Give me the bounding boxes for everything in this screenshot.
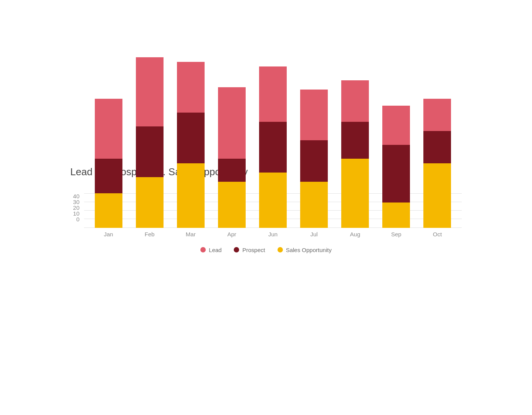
y-axis-label: 40: [73, 193, 79, 199]
legend-dot: [278, 247, 283, 252]
bar-segment-prospect: [177, 113, 205, 163]
x-axis-label: Jun: [258, 231, 288, 237]
x-axis-label: Jul: [299, 231, 329, 237]
bar-segment-lead: [136, 57, 164, 126]
bar-group: [93, 99, 124, 228]
x-axis-label: Aug: [340, 231, 370, 237]
bar-segment-prospect: [95, 159, 122, 193]
bar-segment-sales: [95, 193, 122, 228]
bar-group: [216, 87, 247, 228]
bar-segment-sales: [136, 177, 164, 228]
bar: [300, 90, 328, 228]
x-axis-label: Mar: [175, 231, 206, 237]
x-axis-label: Sep: [381, 231, 411, 237]
legend: LeadProspectSales Opportunity: [70, 247, 462, 253]
bar-segment-sales: [177, 163, 205, 228]
bar-segment-lead: [382, 106, 410, 145]
legend-dot: [234, 247, 239, 252]
y-axis: 403020100: [70, 193, 84, 237]
y-axis-label: 30: [73, 199, 79, 205]
legend-item: Lead: [200, 247, 221, 253]
bars-with-grid: [84, 193, 462, 228]
bar-segment-lead: [341, 80, 369, 122]
bar-group: [134, 57, 165, 228]
bar-segment-lead: [300, 90, 328, 140]
chart-container: Lead vs. Prospect vs. Sales Opportunity …: [55, 151, 477, 265]
bar: [95, 99, 122, 228]
legend-label: Sales Opportunity: [286, 247, 332, 253]
chart-main: JanFebMarAprJunJulAugSepOct: [84, 193, 462, 237]
bar-segment-prospect: [259, 122, 287, 173]
bar: [136, 57, 164, 228]
bar: [218, 87, 246, 228]
legend-item: Sales Opportunity: [278, 247, 332, 253]
bar-group: [381, 106, 411, 228]
x-labels: JanFebMarAprJunJulAugSepOct: [84, 231, 462, 237]
bar-segment-lead: [423, 99, 451, 131]
legend-label: Lead: [209, 247, 221, 253]
bar-group: [340, 80, 370, 228]
x-axis-label: Oct: [422, 231, 453, 237]
bar: [423, 99, 451, 228]
bar-segment-sales: [341, 159, 369, 228]
legend-label: Prospect: [242, 247, 265, 253]
bar-segment-lead: [177, 62, 205, 113]
chart-area: 403020100 JanFebMarAprJunJulAugSepOct: [70, 193, 462, 237]
bar-group: [422, 99, 453, 228]
bar: [341, 80, 369, 228]
bar-segment-sales: [300, 182, 328, 228]
bars-row: [84, 193, 462, 228]
bar-segment-sales: [382, 203, 410, 228]
bar-segment-sales: [259, 173, 287, 228]
bar: [177, 62, 205, 228]
bar-group: [258, 66, 288, 228]
x-axis-label: Jan: [93, 231, 124, 237]
bar-segment-sales: [423, 163, 451, 228]
bar: [259, 66, 287, 228]
bar-segment-sales: [218, 182, 246, 228]
bar-segment-lead: [95, 99, 122, 159]
bar-segment-prospect: [382, 145, 410, 203]
x-axis-label: Feb: [134, 231, 165, 237]
bar-segment-prospect: [423, 131, 451, 163]
y-axis-label: 10: [73, 211, 79, 216]
bar-segment-lead: [218, 87, 246, 159]
bar-segment-prospect: [136, 126, 164, 177]
y-axis-label: 0: [76, 216, 79, 222]
bar-segment-prospect: [341, 122, 369, 159]
bar-segment-prospect: [218, 159, 246, 182]
legend-dot: [200, 247, 206, 252]
bar-group: [175, 62, 206, 228]
x-axis-label: Apr: [216, 231, 247, 237]
y-axis-label: 20: [73, 205, 79, 211]
bar: [382, 106, 410, 228]
bar-segment-lead: [259, 66, 287, 122]
bar-group: [299, 90, 329, 228]
legend-item: Prospect: [234, 247, 265, 253]
bar-segment-prospect: [300, 140, 328, 182]
